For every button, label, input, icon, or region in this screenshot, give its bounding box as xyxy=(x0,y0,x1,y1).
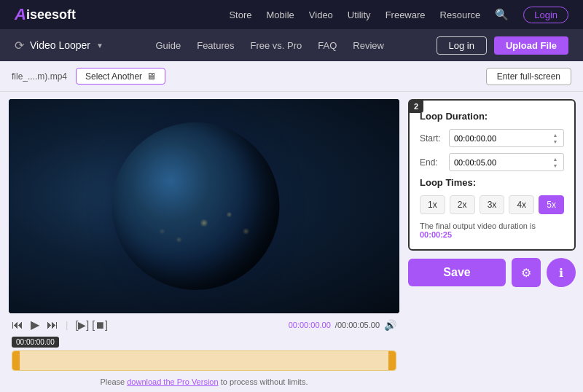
monitor-icon: 🖥 xyxy=(146,71,156,82)
loop-2x-button[interactable]: 2x xyxy=(450,195,475,214)
timeline-left-handle[interactable] xyxy=(12,351,20,370)
nav-utility[interactable]: Utility xyxy=(348,9,371,20)
main-content: ⏮ ▶ ⏭ | [▶] [⏹] 00:00:00.00 /00:00:05.00… xyxy=(0,92,583,392)
dropdown-arrow-icon[interactable]: ▼ xyxy=(96,42,103,50)
sub-nav-guide[interactable]: Guide xyxy=(156,40,181,51)
loop-times-section: Loop Times: 1x 2x 3x 4x 5x xyxy=(420,177,564,214)
file-name: file_....m).mp4 xyxy=(12,71,67,82)
skip-forward-button[interactable]: ⏭ xyxy=(47,318,58,332)
loop-buttons-group: 1x 2x 3x 4x 5x xyxy=(420,195,564,214)
output-info: The final output video duration is 00:00… xyxy=(420,222,564,239)
loop-4x-button[interactable]: 4x xyxy=(509,195,534,214)
bracket-controls: [▶] [⏹] xyxy=(75,319,108,331)
controls-left: ⏮ ▶ ⏭ | [▶] [⏹] xyxy=(12,318,108,332)
loop-1x-button[interactable]: 1x xyxy=(420,195,445,214)
sub-navbar: ⟳ Video Looper ▼ Guide Features Free vs.… xyxy=(0,29,583,61)
video-section: ⏮ ▶ ⏭ | [▶] [⏹] 00:00:00.00 /00:00:05.00… xyxy=(0,92,408,392)
timeline-area: 00:00:00.00 xyxy=(9,333,399,374)
pro-version-link[interactable]: download the Pro Version xyxy=(127,377,218,386)
loop-duration-title: Loop Duration: xyxy=(420,111,564,122)
loop-5x-button[interactable]: 5x xyxy=(539,195,564,214)
logo-a: A xyxy=(15,5,26,24)
sub-nav-free-vs-pro[interactable]: Free vs. Pro xyxy=(251,40,302,51)
volume-icon[interactable]: 🔊 xyxy=(384,319,396,331)
nav-video[interactable]: Video xyxy=(309,9,333,20)
top-navbar: A iseesoft Store Mobile Video Utility Fr… xyxy=(0,0,583,29)
start-time-row: Start: 00:00:00.00 ▲ ▼ xyxy=(420,129,564,147)
start-time-value: 00:00:00.00 xyxy=(454,134,496,143)
login-button[interactable]: Login xyxy=(523,7,568,23)
info-icon: ℹ xyxy=(559,266,563,280)
end-spinners: ▲ ▼ xyxy=(552,156,559,168)
end-down-spinner[interactable]: ▼ xyxy=(552,162,559,168)
nav-resource[interactable]: Resource xyxy=(440,9,481,20)
earth-sphere xyxy=(112,122,280,290)
start-down-spinner[interactable]: ▼ xyxy=(552,138,559,144)
pro-prefix: Please xyxy=(101,377,128,386)
earth-visual xyxy=(9,99,399,313)
card-number: 2 xyxy=(409,100,423,113)
logo: A iseesoft xyxy=(15,5,76,24)
logo-name: iseesoft xyxy=(26,7,76,23)
output-text: The final output video duration is xyxy=(420,222,536,230)
nav-freeware[interactable]: Freeware xyxy=(386,9,426,20)
time-marker: 00:00:00.00 xyxy=(12,337,59,348)
end-label: End: xyxy=(420,157,449,168)
output-time: 00:00:25 xyxy=(420,230,452,239)
save-area: Save ⚙ ℹ xyxy=(408,258,576,287)
info-button[interactable]: ℹ xyxy=(547,258,576,287)
select-another-label: Select Another xyxy=(85,71,142,82)
select-another-button[interactable]: Select Another 🖥 xyxy=(76,68,165,85)
bracket-end-button[interactable]: [⏹] xyxy=(92,319,108,331)
sub-nav-right: Log in Upload File xyxy=(437,36,568,55)
start-spinners: ▲ ▼ xyxy=(552,132,559,144)
play-button[interactable]: ▶ xyxy=(31,318,39,332)
video-player[interactable] xyxy=(9,99,399,313)
loop-settings-card: 2 Loop Duration: Start: 00:00:00.00 ▲ ▼ … xyxy=(408,99,576,251)
fullscreen-button[interactable]: Enter full-screen xyxy=(486,68,571,85)
timeline-track[interactable] xyxy=(12,350,396,371)
bracket-start-button[interactable]: [▶] xyxy=(75,319,89,331)
right-panel: 2 Loop Duration: Start: 00:00:00.00 ▲ ▼ … xyxy=(408,92,583,392)
time-separator: /00:00:05.00 xyxy=(335,321,380,329)
start-time-input[interactable]: 00:00:00.00 ▲ ▼ xyxy=(449,129,564,147)
current-time: 00:00:00.00 xyxy=(289,321,331,329)
sub-nav-links: Guide Features Free vs. Pro FAQ Review xyxy=(156,40,384,51)
nav-mobile[interactable]: Mobile xyxy=(267,9,294,20)
skip-back-button[interactable]: ⏮ xyxy=(12,318,23,332)
settings-button[interactable]: ⚙ xyxy=(512,258,541,287)
loop-times-title: Loop Times: xyxy=(420,177,564,188)
end-up-spinner[interactable]: ▲ xyxy=(552,156,559,162)
top-nav-links: Store Mobile Video Utility Freeware Reso… xyxy=(229,7,568,23)
tool-title: Video Looper xyxy=(30,39,90,51)
control-separator: | xyxy=(66,319,68,330)
end-time-row: End: 00:00:05.00 ▲ ▼ xyxy=(420,153,564,171)
timeline-right-handle[interactable] xyxy=(388,351,396,370)
loop-3x-button[interactable]: 3x xyxy=(480,195,505,214)
sub-nav-faq[interactable]: FAQ xyxy=(318,40,337,51)
loop-icon: ⟳ xyxy=(15,39,24,52)
settings-icon: ⚙ xyxy=(521,266,531,280)
sub-login-button[interactable]: Log in xyxy=(437,36,487,55)
start-label: Start: xyxy=(420,133,449,144)
time-display-area: 00:00:00.00 /00:00:05.00 🔊 xyxy=(289,319,396,331)
pro-suffix: to process without limits. xyxy=(219,377,308,386)
sub-nav-features[interactable]: Features xyxy=(197,40,234,51)
nav-store[interactable]: Store xyxy=(229,9,251,20)
upload-file-button[interactable]: Upload File xyxy=(494,36,568,55)
save-button[interactable]: Save xyxy=(408,259,506,286)
start-up-spinner[interactable]: ▲ xyxy=(552,132,559,138)
sub-nav-review[interactable]: Review xyxy=(353,40,384,51)
toolbar-left: file_....m).mp4 Select Another 🖥 xyxy=(12,68,165,85)
end-time-input[interactable]: 00:00:05.00 ▲ ▼ xyxy=(449,153,564,171)
search-icon[interactable]: 🔍 xyxy=(495,8,509,21)
sub-nav-left: ⟳ Video Looper ▼ xyxy=(15,39,103,52)
video-controls: ⏮ ▶ ⏭ | [▶] [⏹] 00:00:00.00 /00:00:05.00… xyxy=(9,313,399,333)
earth-city-lights xyxy=(112,122,280,290)
toolbar: file_....m).mp4 Select Another 🖥 Enter f… xyxy=(0,61,583,92)
end-time-value: 00:00:05.00 xyxy=(454,158,496,167)
pro-version-text: Please download the Pro Version to proce… xyxy=(9,377,399,386)
